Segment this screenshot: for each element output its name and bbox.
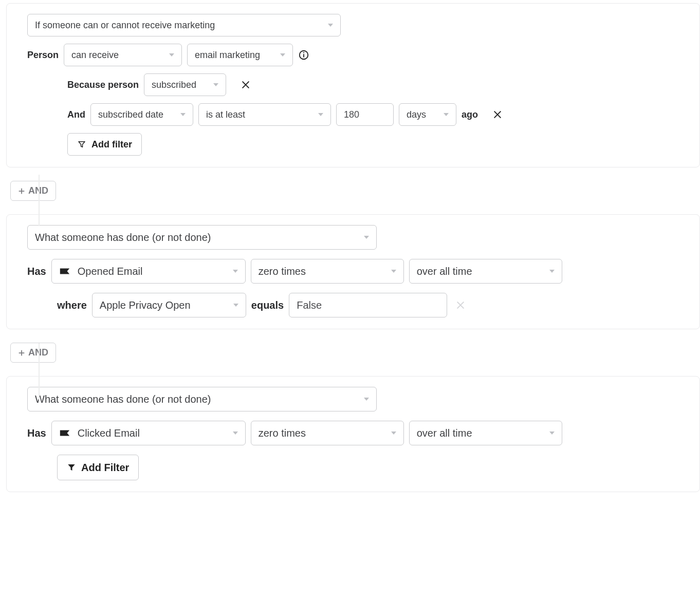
condition-type-select[interactable]: If someone can or cannot receive marketi…: [27, 14, 341, 36]
svg-rect-2: [303, 52, 304, 53]
chevron-down-icon: [169, 53, 174, 57]
chevron-down-icon: [391, 432, 396, 435]
because-label: Because person: [67, 80, 139, 90]
flag-icon: [59, 429, 70, 437]
plus-icon: [18, 188, 25, 195]
chevron-down-icon: [233, 270, 238, 273]
chevron-down-icon: [318, 113, 323, 116]
where-prop-select[interactable]: Apple Privacy Open: [92, 293, 246, 317]
chevron-down-icon: [364, 236, 369, 239]
condition-block-opened: What someone has done (or not done) Has …: [6, 214, 700, 329]
event-select[interactable]: Clicked Email: [51, 421, 246, 445]
timeframe-select[interactable]: over all time: [409, 259, 562, 284]
connector-line: [39, 175, 40, 226]
timeframe-select[interactable]: over all time: [409, 421, 562, 445]
funnel-icon: [67, 463, 76, 472]
chevron-down-icon: [213, 83, 218, 86]
add-filter-button[interactable]: Add Filter: [57, 455, 139, 480]
person-label: Person: [27, 50, 59, 61]
has-label: Has: [27, 427, 46, 439]
chevron-down-icon: [391, 270, 396, 273]
condition-block-marketing: If someone can or cannot receive marketi…: [6, 3, 700, 167]
svg-rect-1: [303, 54, 304, 57]
count-select[interactable]: zero times: [251, 259, 404, 284]
and-label: And: [67, 109, 85, 120]
add-filter-button[interactable]: Add filter: [67, 133, 142, 156]
count-select[interactable]: zero times: [251, 421, 404, 445]
remove-icon[interactable]: [455, 300, 466, 310]
remove-icon[interactable]: [492, 109, 503, 120]
chevron-down-icon: [233, 304, 238, 307]
chevron-down-icon: [280, 53, 285, 57]
date-op-select[interactable]: is at least: [198, 103, 331, 126]
chevron-down-icon: [364, 398, 369, 401]
can-receive-select[interactable]: can receive: [64, 44, 182, 66]
chevron-down-icon: [180, 113, 186, 116]
flag-icon: [59, 267, 70, 275]
has-label: Has: [27, 266, 46, 277]
condition-type-select[interactable]: What someone has done (or not done): [27, 225, 377, 250]
because-select[interactable]: subscribed: [144, 73, 226, 96]
condition-type-select[interactable]: What someone has done (or not done): [27, 387, 377, 411]
chevron-down-icon: [444, 113, 449, 116]
condition-block-clicked: What someone has done (or not done) Has …: [6, 376, 700, 492]
and-connector[interactable]: AND: [10, 343, 56, 363]
chevron-down-icon: [549, 432, 555, 435]
and-connector[interactable]: AND: [10, 181, 56, 201]
event-select[interactable]: Opened Email: [51, 259, 246, 284]
where-label: where: [57, 299, 87, 311]
date-value-input[interactable]: 180: [336, 103, 394, 126]
ago-label: ago: [462, 109, 478, 120]
plus-icon: [18, 349, 25, 357]
chevron-down-icon: [549, 270, 555, 273]
channel-select[interactable]: email marketing: [187, 44, 293, 66]
where-value-input[interactable]: False: [289, 293, 447, 317]
date-field-select[interactable]: subscribed date: [90, 103, 193, 126]
chevron-down-icon: [328, 24, 333, 27]
connector-line: [39, 343, 40, 400]
select-value: If someone can or cannot receive marketi…: [35, 20, 215, 31]
remove-icon[interactable]: [241, 80, 251, 90]
funnel-icon: [77, 140, 86, 149]
where-op-label: equals: [251, 299, 284, 311]
info-icon[interactable]: [298, 49, 309, 61]
date-unit-select[interactable]: days: [399, 103, 456, 126]
chevron-down-icon: [233, 432, 238, 435]
